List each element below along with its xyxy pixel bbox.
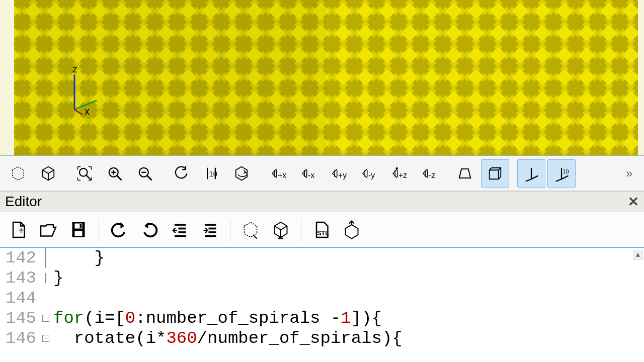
code-editor[interactable]: 142 }143}144145−for(i=[0:number_of_spira… [0,247,644,362]
svg-line-38 [561,175,569,179]
perspective-button[interactable] [451,159,479,188]
svg-text:-x: -x [308,171,314,179]
indent-button[interactable] [196,216,224,244]
zoom-out-button[interactable] [131,159,159,188]
redo-button[interactable] [135,216,164,244]
view-minus-x-button[interactable]: -x [294,159,322,188]
fold-marker[interactable]: − [40,315,51,322]
save-file-button[interactable] [64,216,93,244]
editor-panel-title: Editor [5,194,42,210]
editor-toolbar: + STL [0,212,644,247]
editor-preview-button[interactable] [236,216,265,244]
svg-text:-y: -y [368,171,375,179]
code-line[interactable]: 142 } [0,248,644,268]
svg-text:STL: STL [317,230,329,237]
open-file-button[interactable] [34,216,62,244]
svg-rect-44 [80,224,82,228]
fold-collapse-icon[interactable]: − [42,315,49,322]
editor-render-button[interactable] [267,216,295,244]
view-plus-y-button[interactable]: +y [324,159,352,188]
toolbar-overflow-button[interactable]: » [626,166,640,180]
unindent-button[interactable] [166,216,194,244]
view-minus-y-button[interactable]: -y [354,159,382,188]
undo-button[interactable] [105,216,133,244]
svg-rect-11 [14,0,326,155]
preview-button[interactable] [4,159,32,188]
svg-text:-z: -z [429,171,435,179]
svg-text:10: 10 [562,168,569,174]
code-line[interactable]: 143} [0,268,644,288]
svg-line-35 [531,175,538,179]
send-to-printer-button[interactable] [338,216,366,244]
code-text[interactable]: rotate(i*360/number_of_spirals){ [51,329,403,348]
view-plus-x-button[interactable]: +x [264,159,292,188]
viewport-toolbar: 10 +x -x +y -y +z -z 10 » [0,156,644,191]
code-line[interactable]: 146− rotate(i*360/number_of_spirals){ [0,328,644,348]
code-line[interactable]: 145−for(i=[0:number_of_spirals -1]){ [0,308,644,328]
code-text[interactable]: } [51,268,63,288]
svg-point-15 [79,168,88,176]
svg-line-16 [86,175,91,179]
orthogonal-button[interactable] [481,159,509,188]
new-file-button[interactable]: + [4,216,32,244]
reset-rotation-button[interactable] [167,159,195,188]
svg-line-22 [147,175,152,180]
line-number: 144 [0,289,40,308]
svg-text:10: 10 [209,169,217,177]
line-number: 142 [0,248,40,267]
scale-axes-button[interactable]: 10 [547,159,576,188]
fold-collapse-icon[interactable]: − [42,335,49,342]
zoom-in-button[interactable] [101,159,129,188]
code-line[interactable]: 144 [0,288,644,308]
show-axes-button[interactable] [517,159,545,188]
line-number: 143 [0,268,40,288]
svg-rect-43 [75,231,83,236]
svg-rect-9 [326,0,638,155]
scroll-up-button[interactable]: ▲ [633,250,643,260]
svg-text:+z: +z [398,171,407,179]
3d-viewport[interactable]: z x [0,0,644,156]
view-diagonal-button[interactable] [227,159,256,188]
svg-text:+x: +x [278,171,286,179]
zoom-fit-button[interactable] [70,159,99,188]
editor-panel-header: Editor ✕ [0,191,644,212]
code-text[interactable]: } [51,248,105,267]
svg-line-39 [556,179,561,182]
view-plus-z-button[interactable]: +z [384,159,413,188]
editor-panel-close-button[interactable]: ✕ [628,194,639,210]
line-number: 145 [0,309,40,328]
svg-text:+: + [18,224,24,235]
svg-line-36 [526,179,531,182]
render-button[interactable] [34,159,62,188]
view-minus-z-button[interactable]: -z [415,159,443,188]
line-number: 146 [0,329,40,348]
view-align-button[interactable]: 10 [197,159,225,188]
fold-marker[interactable]: − [40,335,51,342]
code-text[interactable]: for(i=[0:number_of_spirals -1]){ [51,309,382,328]
export-stl-button[interactable]: STL [307,216,336,244]
fold-marker [40,248,51,268]
svg-point-31 [395,167,398,169]
svg-text:+y: +y [338,171,347,179]
fold-marker [40,273,51,283]
svg-line-18 [117,175,122,180]
